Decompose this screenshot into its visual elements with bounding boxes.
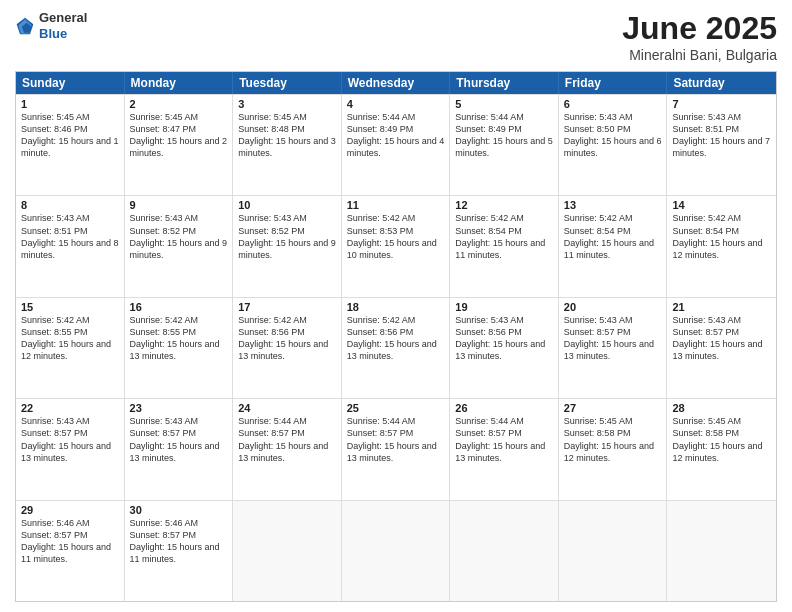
table-row [559, 501, 668, 601]
sunset-label: Sunset: 8:54 PM [672, 226, 739, 236]
header-friday: Friday [559, 72, 668, 94]
daylight-label: Daylight: 15 hours and 13 minutes. [347, 441, 437, 463]
cell-info: Sunrise: 5:44 AM Sunset: 8:49 PM Dayligh… [347, 111, 445, 160]
day-number: 24 [238, 402, 336, 414]
table-row: 25 Sunrise: 5:44 AM Sunset: 8:57 PM Dayl… [342, 399, 451, 499]
sunrise-label: Sunrise: 5:43 AM [238, 213, 307, 223]
daylight-label: Daylight: 15 hours and 8 minutes. [21, 238, 119, 260]
daylight-label: Daylight: 15 hours and 13 minutes. [130, 339, 220, 361]
day-number: 13 [564, 199, 662, 211]
week-row-1: 1 Sunrise: 5:45 AM Sunset: 8:46 PM Dayli… [16, 94, 776, 195]
day-number: 26 [455, 402, 553, 414]
sunset-label: Sunset: 8:55 PM [21, 327, 88, 337]
sunrise-label: Sunrise: 5:44 AM [455, 112, 524, 122]
cell-info: Sunrise: 5:42 AM Sunset: 8:54 PM Dayligh… [455, 212, 553, 261]
sunrise-label: Sunrise: 5:42 AM [347, 315, 416, 325]
day-number: 29 [21, 504, 119, 516]
sunset-label: Sunset: 8:57 PM [455, 428, 522, 438]
sunset-label: Sunset: 8:53 PM [347, 226, 414, 236]
sunrise-label: Sunrise: 5:45 AM [564, 416, 633, 426]
sunset-label: Sunset: 8:57 PM [564, 327, 631, 337]
week-row-4: 22 Sunrise: 5:43 AM Sunset: 8:57 PM Dayl… [16, 398, 776, 499]
sunrise-label: Sunrise: 5:42 AM [21, 315, 90, 325]
sunset-label: Sunset: 8:55 PM [130, 327, 197, 337]
cell-info: Sunrise: 5:43 AM Sunset: 8:51 PM Dayligh… [672, 111, 771, 160]
day-number: 10 [238, 199, 336, 211]
table-row: 11 Sunrise: 5:42 AM Sunset: 8:53 PM Dayl… [342, 196, 451, 296]
cell-info: Sunrise: 5:44 AM Sunset: 8:57 PM Dayligh… [347, 415, 445, 464]
daylight-label: Daylight: 15 hours and 13 minutes. [455, 441, 545, 463]
table-row: 30 Sunrise: 5:46 AM Sunset: 8:57 PM Dayl… [125, 501, 234, 601]
table-row: 3 Sunrise: 5:45 AM Sunset: 8:48 PM Dayli… [233, 95, 342, 195]
sunset-label: Sunset: 8:57 PM [130, 530, 197, 540]
sunset-label: Sunset: 8:58 PM [672, 428, 739, 438]
sunrise-label: Sunrise: 5:45 AM [672, 416, 741, 426]
cell-info: Sunrise: 5:42 AM Sunset: 8:55 PM Dayligh… [21, 314, 119, 363]
day-number: 14 [672, 199, 771, 211]
table-row: 7 Sunrise: 5:43 AM Sunset: 8:51 PM Dayli… [667, 95, 776, 195]
table-row: 4 Sunrise: 5:44 AM Sunset: 8:49 PM Dayli… [342, 95, 451, 195]
table-row: 6 Sunrise: 5:43 AM Sunset: 8:50 PM Dayli… [559, 95, 668, 195]
sunset-label: Sunset: 8:52 PM [238, 226, 305, 236]
cell-info: Sunrise: 5:45 AM Sunset: 8:47 PM Dayligh… [130, 111, 228, 160]
sunrise-label: Sunrise: 5:44 AM [347, 112, 416, 122]
cell-info: Sunrise: 5:42 AM Sunset: 8:56 PM Dayligh… [347, 314, 445, 363]
sunset-label: Sunset: 8:57 PM [347, 428, 414, 438]
cell-info: Sunrise: 5:43 AM Sunset: 8:57 PM Dayligh… [672, 314, 771, 363]
daylight-label: Daylight: 15 hours and 3 minutes. [238, 136, 336, 158]
sunrise-label: Sunrise: 5:43 AM [455, 315, 524, 325]
daylight-label: Daylight: 15 hours and 2 minutes. [130, 136, 228, 158]
daylight-label: Daylight: 15 hours and 13 minutes. [672, 339, 762, 361]
cell-info: Sunrise: 5:43 AM Sunset: 8:57 PM Dayligh… [130, 415, 228, 464]
table-row: 10 Sunrise: 5:43 AM Sunset: 8:52 PM Dayl… [233, 196, 342, 296]
title-location: Mineralni Bani, Bulgaria [622, 47, 777, 63]
table-row: 19 Sunrise: 5:43 AM Sunset: 8:56 PM Dayl… [450, 298, 559, 398]
cell-info: Sunrise: 5:46 AM Sunset: 8:57 PM Dayligh… [130, 517, 228, 566]
sunrise-label: Sunrise: 5:43 AM [564, 112, 633, 122]
table-row: 2 Sunrise: 5:45 AM Sunset: 8:47 PM Dayli… [125, 95, 234, 195]
day-number: 18 [347, 301, 445, 313]
day-number: 12 [455, 199, 553, 211]
header-thursday: Thursday [450, 72, 559, 94]
table-row: 14 Sunrise: 5:42 AM Sunset: 8:54 PM Dayl… [667, 196, 776, 296]
cell-info: Sunrise: 5:43 AM Sunset: 8:56 PM Dayligh… [455, 314, 553, 363]
cell-info: Sunrise: 5:44 AM Sunset: 8:57 PM Dayligh… [455, 415, 553, 464]
day-number: 1 [21, 98, 119, 110]
table-row [342, 501, 451, 601]
table-row: 9 Sunrise: 5:43 AM Sunset: 8:52 PM Dayli… [125, 196, 234, 296]
sunrise-label: Sunrise: 5:43 AM [21, 416, 90, 426]
week-row-5: 29 Sunrise: 5:46 AM Sunset: 8:57 PM Dayl… [16, 500, 776, 601]
header-wednesday: Wednesday [342, 72, 451, 94]
sunset-label: Sunset: 8:56 PM [455, 327, 522, 337]
cell-info: Sunrise: 5:42 AM Sunset: 8:53 PM Dayligh… [347, 212, 445, 261]
sunset-label: Sunset: 8:57 PM [672, 327, 739, 337]
cell-info: Sunrise: 5:45 AM Sunset: 8:58 PM Dayligh… [564, 415, 662, 464]
daylight-label: Daylight: 15 hours and 4 minutes. [347, 136, 445, 158]
sunrise-label: Sunrise: 5:42 AM [347, 213, 416, 223]
table-row: 29 Sunrise: 5:46 AM Sunset: 8:57 PM Dayl… [16, 501, 125, 601]
sunrise-label: Sunrise: 5:43 AM [672, 315, 741, 325]
cell-info: Sunrise: 5:42 AM Sunset: 8:55 PM Dayligh… [130, 314, 228, 363]
calendar-body: 1 Sunrise: 5:45 AM Sunset: 8:46 PM Dayli… [16, 94, 776, 601]
day-number: 23 [130, 402, 228, 414]
table-row: 13 Sunrise: 5:42 AM Sunset: 8:54 PM Dayl… [559, 196, 668, 296]
daylight-label: Daylight: 15 hours and 13 minutes. [564, 339, 654, 361]
sunset-label: Sunset: 8:57 PM [21, 530, 88, 540]
sunset-label: Sunset: 8:51 PM [672, 124, 739, 134]
day-number: 27 [564, 402, 662, 414]
daylight-label: Daylight: 15 hours and 13 minutes. [455, 339, 545, 361]
table-row: 26 Sunrise: 5:44 AM Sunset: 8:57 PM Dayl… [450, 399, 559, 499]
daylight-label: Daylight: 15 hours and 13 minutes. [21, 441, 111, 463]
daylight-label: Daylight: 15 hours and 9 minutes. [130, 238, 228, 260]
sunrise-label: Sunrise: 5:42 AM [238, 315, 307, 325]
header-saturday: Saturday [667, 72, 776, 94]
table-row: 17 Sunrise: 5:42 AM Sunset: 8:56 PM Dayl… [233, 298, 342, 398]
day-number: 20 [564, 301, 662, 313]
sunset-label: Sunset: 8:52 PM [130, 226, 197, 236]
daylight-label: Daylight: 15 hours and 11 minutes. [21, 542, 111, 564]
table-row: 24 Sunrise: 5:44 AM Sunset: 8:57 PM Dayl… [233, 399, 342, 499]
daylight-label: Daylight: 15 hours and 11 minutes. [564, 238, 654, 260]
week-row-3: 15 Sunrise: 5:42 AM Sunset: 8:55 PM Dayl… [16, 297, 776, 398]
cell-info: Sunrise: 5:42 AM Sunset: 8:54 PM Dayligh… [564, 212, 662, 261]
sunset-label: Sunset: 8:56 PM [238, 327, 305, 337]
